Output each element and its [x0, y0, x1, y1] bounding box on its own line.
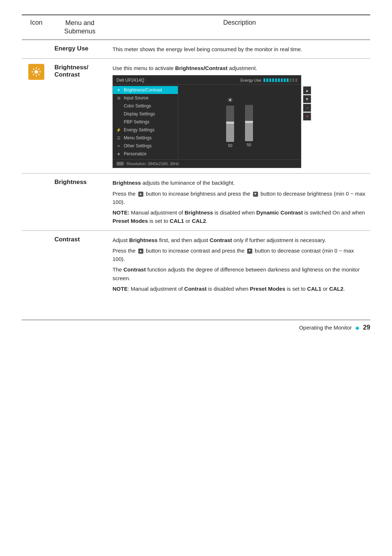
osd-menu-label-display: Display Settings	[124, 111, 155, 116]
other-settings-menu-icon: ≡	[116, 144, 122, 148]
menu-settings-menu-icon: ☰	[116, 136, 122, 140]
up-arrow-icon: ▲	[138, 192, 143, 197]
contrast-desc-2: Press the ▲ button to increase contrast …	[113, 246, 367, 263]
bc-menu-cell: Brightness/Contrast	[51, 59, 109, 173]
brightness-menu-cell: Brightness	[51, 173, 109, 230]
osd-energy-label: Energy Use	[241, 78, 261, 82]
osd-menu-label-other: Other Settings	[124, 143, 152, 148]
energy-seg-2	[266, 78, 268, 82]
bc-svg-icon	[30, 66, 42, 78]
contrast-up-icon: ▲	[138, 249, 143, 254]
bc-desc-cell: Use this menu to activate Brightness/Con…	[109, 59, 370, 173]
energy-desc-text: This meter shows the energy level being …	[113, 45, 367, 53]
osd-content-area: ☀ 50	[178, 85, 301, 159]
osd-menu-item-pbp-settings[interactable]: PBP Settings	[113, 118, 178, 126]
energy-seg-11	[293, 78, 294, 82]
osd-energy-bar	[264, 78, 297, 82]
contrast-slider-track	[245, 105, 253, 141]
brightness-slider-fill	[226, 124, 234, 142]
contrast-desc-3: The Contrast function adjusts the degree…	[113, 265, 367, 282]
contrast-label: Contrast	[54, 236, 80, 243]
table-row: Brightness/Contrast Use this menu to act…	[22, 59, 370, 173]
brightness-contrast-icon	[28, 64, 44, 80]
table-row: Contrast Adjust Brightness first, and th…	[22, 230, 370, 298]
contrast-down-icon: ▼	[247, 249, 252, 254]
osd-menu-label-energy: Energy Settings	[124, 127, 155, 132]
brightness-slider-track	[226, 106, 234, 142]
page: Icon Menu andSubmenus Description Energy…	[0, 0, 392, 353]
brightness-desc-cell: Brightness adjusts the luminance of the …	[109, 173, 370, 230]
contrast-slider-group: 50	[245, 97, 253, 147]
osd-menu-item-input-source[interactable]: ⊞ Input Source	[113, 94, 178, 102]
osd-menu-label-menu: Menu Settings	[124, 135, 152, 140]
brightness-desc-2: Press the ▲ button to increase brightnes…	[113, 189, 367, 207]
energy-seg-9	[287, 78, 289, 82]
personalize-menu-icon: ★	[116, 152, 122, 156]
osd-down-button[interactable]: ▼	[303, 95, 311, 103]
osd-header: Dell UP2414Q Energy Use	[113, 75, 301, 85]
osd-close-button[interactable]: ✕	[303, 113, 311, 120]
main-table: Icon Menu andSubmenus Description Energy…	[22, 15, 370, 298]
th-menu: Menu andSubmenus	[51, 15, 109, 40]
energy-seg-1	[264, 78, 265, 82]
brightness-slider-handle	[226, 122, 234, 124]
osd-screenshot: Dell UP2414Q Energy Use	[113, 75, 301, 168]
osd-menu-item-personalize[interactable]: ★ Personalize	[113, 150, 178, 158]
osd-body: ☀ Brightness/Contrast ⊞ Input Source Col…	[113, 85, 301, 159]
osd-menu-label-pbp: PBP Settings	[124, 119, 150, 124]
osd-energy-area: Energy Use	[241, 78, 297, 82]
brightness-slider-sun-icon: ☀	[227, 96, 233, 104]
brightness-desc-1: Brightness adjusts the luminance of the …	[113, 179, 367, 187]
energy-use-label: Energy Use	[54, 45, 89, 52]
brightness-desc-note: NOTE: Manual adjustment of Brightness is…	[113, 208, 367, 225]
svg-line-5	[33, 69, 34, 70]
energy-seg-7	[281, 78, 283, 82]
contrast-desc-cell: Adjust Brightness first, and then adjust…	[109, 230, 370, 298]
osd-enter-button[interactable]: →	[303, 104, 311, 112]
contrast-slider-value: 50	[247, 143, 251, 147]
svg-line-7	[38, 69, 40, 70]
osd-resolution-label: Resolution: 3840x2160, 30Hz	[127, 162, 179, 166]
osd-menu-item-display-settings[interactable]: Display Settings	[113, 110, 178, 118]
contrast-desc-note: NOTE: Manual adjustment of Contrast is d…	[113, 285, 367, 293]
energy-seg-6	[278, 78, 280, 82]
contrast-menu-cell: Contrast	[51, 230, 109, 298]
osd-footer-icon	[117, 162, 124, 165]
th-desc: Description	[109, 15, 370, 40]
osd-menu-label-color: Color Settings	[124, 103, 151, 109]
footer-diamond-icon: ◆	[355, 325, 359, 331]
energy-desc-cell: This meter shows the energy level being …	[109, 40, 370, 58]
osd-menu-item-energy-settings[interactable]: ⚡ Energy Settings	[113, 126, 178, 134]
svg-line-6	[38, 74, 40, 75]
osd-menu-label-input: Input Source	[124, 95, 148, 101]
osd-menu-item-color-settings[interactable]: Color Settings	[113, 102, 178, 110]
bc-menu-label: Brightness/Contrast	[54, 64, 89, 78]
contrast-desc-1: Adjust Brightness first, and then adjust…	[113, 236, 367, 244]
footer-label: Operating the Monitor	[299, 324, 352, 331]
energy-seg-10	[290, 78, 291, 82]
energy-seg-8	[284, 78, 286, 82]
osd-menu-item-brightness-contrast[interactable]: ☀ Brightness/Contrast	[113, 86, 178, 94]
osd-up-button[interactable]: ▲	[303, 86, 311, 94]
energy-seg-3	[269, 78, 271, 82]
energy-seg-5	[275, 78, 277, 82]
osd-nav-buttons: ▲ ▼ → ✕	[303, 86, 311, 120]
energy-settings-menu-icon: ⚡	[116, 128, 122, 132]
osd-footer: Resolution: 3840x2160, 30Hz	[113, 159, 301, 168]
th-icon: Icon	[22, 15, 51, 40]
bc-icon-cell	[22, 59, 51, 173]
osd-model-label: Dell UP2414Q	[117, 78, 144, 83]
osd-menu-item-other-settings[interactable]: ≡ Other Settings	[113, 142, 178, 150]
energy-seg-4	[272, 78, 274, 82]
osd-menu: ☀ Brightness/Contrast ⊞ Input Source Col…	[113, 85, 178, 159]
bc-menu-icon: ☀	[116, 88, 122, 93]
svg-point-0	[34, 70, 38, 74]
energy-seg-12	[295, 78, 297, 82]
osd-menu-label-personalize: Personalize	[124, 151, 147, 156]
brightness-slider-group: ☀ 50	[226, 96, 234, 148]
osd-menu-item-menu-settings[interactable]: ☰ Menu Settings	[113, 134, 178, 142]
energy-menu-cell: Energy Use	[51, 40, 109, 58]
osd-menu-label-bc: Brightness/Contrast	[124, 87, 162, 93]
table-row: Brightness Brightness adjusts the lumina…	[22, 173, 370, 230]
energy-icon-cell	[22, 40, 51, 58]
